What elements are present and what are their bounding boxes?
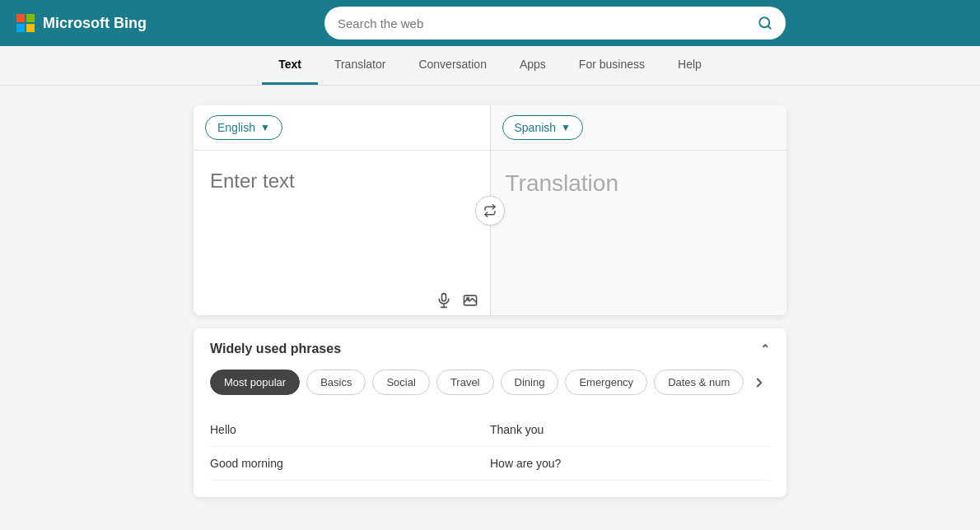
phrase-thank-you[interactable]: Thank you xyxy=(490,413,770,447)
microphone-icon xyxy=(436,292,452,309)
translation-output: Translation xyxy=(491,151,787,315)
phrases-title: Widely used phrases xyxy=(210,342,341,356)
source-lang-dropdown[interactable]: English ▼ xyxy=(205,115,282,140)
search-bar xyxy=(324,7,786,40)
phrase-hello[interactable]: Hello xyxy=(210,413,490,447)
source-lang-chevron-icon: ▼ xyxy=(260,122,270,133)
search-bar-wrapper xyxy=(147,7,964,40)
logo-text: Microsoft Bing xyxy=(43,15,147,32)
target-lang-dropdown[interactable]: Spanish ▼ xyxy=(502,115,583,140)
tag-dining[interactable]: Dining xyxy=(501,370,559,395)
target-lang-label: Spanish xyxy=(515,121,557,134)
nav-menu: Text Translator Conversation Apps For bu… xyxy=(262,46,718,85)
source-text-area xyxy=(194,151,490,286)
translator-right: Spanish ▼ Translation xyxy=(491,105,787,315)
nav-item-apps[interactable]: Apps xyxy=(503,46,562,85)
source-text-input[interactable] xyxy=(208,167,475,277)
tag-dates-num[interactable]: Dates & num xyxy=(654,370,744,395)
tag-emergency[interactable]: Emergency xyxy=(565,370,647,395)
phrases-tags: Most popular Basics Social Travel Dining… xyxy=(194,370,786,407)
tag-most-popular[interactable]: Most popular xyxy=(210,370,300,395)
search-button[interactable] xyxy=(758,16,772,30)
main-content: English ▼ xyxy=(0,86,980,517)
search-icon xyxy=(758,16,772,30)
microphone-button[interactable] xyxy=(436,292,452,309)
phrase-how-are-you[interactable]: How are you? xyxy=(490,447,770,481)
image-icon xyxy=(462,292,478,309)
target-lang-selector: Spanish ▼ xyxy=(491,105,787,151)
nav-item-conversation[interactable]: Conversation xyxy=(402,46,503,85)
tag-social[interactable]: Social xyxy=(372,370,429,395)
logo: Microsoft Bing xyxy=(16,14,147,32)
image-input-button[interactable] xyxy=(462,292,478,309)
phrases-section: Widely used phrases ⌃ Most popular Basic… xyxy=(194,328,786,497)
ms-logo-icon xyxy=(16,14,35,32)
nav-bar: Text Translator Conversation Apps For bu… xyxy=(0,46,980,86)
collapse-icon[interactable]: ⌃ xyxy=(760,342,770,356)
nav-item-text[interactable]: Text xyxy=(262,46,318,85)
phrase-good-morning[interactable]: Good morning xyxy=(210,447,490,481)
nav-item-help[interactable]: Help xyxy=(661,46,718,85)
target-lang-chevron-icon: ▼ xyxy=(561,122,571,133)
svg-rect-2 xyxy=(441,294,446,301)
tags-next-button[interactable] xyxy=(752,375,767,390)
search-input[interactable] xyxy=(338,16,751,30)
translator-left: English ▼ xyxy=(194,105,491,315)
swap-languages-button[interactable] xyxy=(475,196,505,225)
phrases-list: Hello Thank you Good morning How are you… xyxy=(194,407,786,497)
svg-line-1 xyxy=(768,26,770,28)
tag-basics[interactable]: Basics xyxy=(306,370,366,395)
nav-item-for-business[interactable]: For business xyxy=(562,46,661,85)
nav-item-translator[interactable]: Translator xyxy=(318,46,403,85)
source-lang-label: English xyxy=(217,121,255,134)
translator-container: English ▼ xyxy=(194,105,786,315)
tag-travel[interactable]: Travel xyxy=(436,370,494,395)
source-lang-selector: English ▼ xyxy=(194,105,490,151)
swap-icon xyxy=(483,204,497,217)
header: Microsoft Bing xyxy=(0,0,980,46)
source-toolbar xyxy=(194,286,490,315)
phrases-header: Widely used phrases ⌃ xyxy=(194,328,786,370)
translation-placeholder: Translation xyxy=(506,167,618,199)
chevron-right-icon xyxy=(752,375,767,390)
